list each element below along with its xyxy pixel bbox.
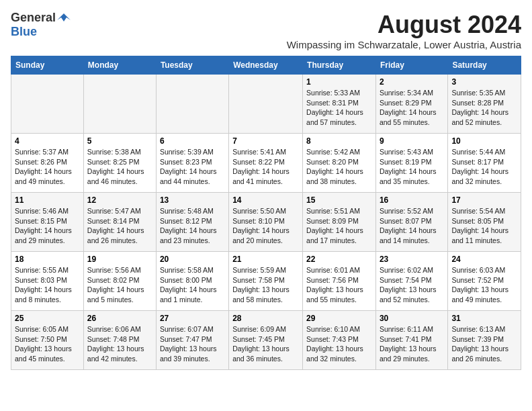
day-number: 30 [380,314,444,323]
day-info: Sunrise: 5:52 AMSunset: 8:07 PMDaylight:… [380,206,444,246]
svg-marker-0 [57,13,71,21]
week-row-5: 25Sunrise: 6:05 AMSunset: 7:50 PMDayligh… [11,311,521,370]
day-header-friday: Friday [375,56,447,75]
day-info: Sunrise: 5:46 AMSunset: 8:15 PMDaylight:… [15,206,80,246]
day-info: Sunrise: 6:10 AMSunset: 7:43 PMDaylight:… [306,324,372,364]
day-number: 12 [87,195,152,205]
calendar-cell: 31Sunrise: 6:13 AMSunset: 7:39 PMDayligh… [448,311,521,370]
calendar-cell: 8Sunrise: 5:42 AMSunset: 8:20 PMDaylight… [303,134,376,193]
day-info: Sunrise: 6:05 AMSunset: 7:50 PMDaylight:… [15,324,80,364]
day-info: Sunrise: 5:56 AMSunset: 8:02 PMDaylight:… [87,265,152,305]
day-info: Sunrise: 6:09 AMSunset: 7:45 PMDaylight:… [232,324,299,364]
day-info: Sunrise: 5:42 AMSunset: 8:20 PMDaylight:… [306,147,372,187]
calendar-cell: 23Sunrise: 6:02 AMSunset: 7:54 PMDayligh… [375,252,447,311]
calendar-cell [83,75,156,134]
day-header-sunday: Sunday [11,56,84,75]
day-header-wednesday: Wednesday [229,56,303,75]
day-number: 14 [232,195,299,205]
calendar-cell: 4Sunrise: 5:37 AMSunset: 8:26 PMDaylight… [11,134,84,193]
calendar-cell [11,75,84,134]
day-number: 21 [232,255,299,264]
day-number: 18 [15,255,80,264]
header: General Blue August 2024 Wimpassing im S… [11,11,521,50]
day-number: 27 [160,314,225,323]
day-number: 26 [87,314,152,323]
day-info: Sunrise: 5:39 AMSunset: 8:23 PMDaylight:… [160,147,225,187]
day-number: 6 [160,136,225,146]
calendar-cell: 12Sunrise: 5:47 AMSunset: 8:14 PMDayligh… [83,193,156,252]
calendar-cell: 1Sunrise: 5:33 AMSunset: 8:31 PMDaylight… [303,75,376,134]
day-info: Sunrise: 5:33 AMSunset: 8:31 PMDaylight:… [306,88,372,128]
day-info: Sunrise: 5:43 AMSunset: 8:19 PMDaylight:… [380,147,444,187]
calendar-cell: 19Sunrise: 5:56 AMSunset: 8:02 PMDayligh… [83,252,156,311]
day-info: Sunrise: 5:54 AMSunset: 8:05 PMDaylight:… [451,206,517,246]
day-info: Sunrise: 6:01 AMSunset: 7:56 PMDaylight:… [306,265,372,305]
day-number: 16 [380,195,444,205]
calendar-cell: 16Sunrise: 5:52 AMSunset: 8:07 PMDayligh… [375,193,447,252]
day-header-monday: Monday [83,56,156,75]
calendar-cell: 18Sunrise: 5:55 AMSunset: 8:03 PMDayligh… [11,252,84,311]
day-info: Sunrise: 5:58 AMSunset: 8:00 PMDaylight:… [160,265,225,305]
day-info: Sunrise: 5:34 AMSunset: 8:29 PMDaylight:… [380,88,444,128]
calendar-cell: 10Sunrise: 5:44 AMSunset: 8:17 PMDayligh… [448,134,521,193]
calendar-cell: 26Sunrise: 6:06 AMSunset: 7:48 PMDayligh… [83,311,156,370]
calendar-cell: 9Sunrise: 5:43 AMSunset: 8:19 PMDaylight… [375,134,447,193]
week-row-2: 4Sunrise: 5:37 AMSunset: 8:26 PMDaylight… [11,134,521,193]
calendar-cell: 20Sunrise: 5:58 AMSunset: 8:00 PMDayligh… [156,252,228,311]
calendar-cell: 3Sunrise: 5:35 AMSunset: 8:28 PMDaylight… [448,75,521,134]
calendar-cell: 2Sunrise: 5:34 AMSunset: 8:29 PMDaylight… [375,75,447,134]
calendar-cell: 22Sunrise: 6:01 AMSunset: 7:56 PMDayligh… [303,252,376,311]
calendar-cell: 13Sunrise: 5:48 AMSunset: 8:12 PMDayligh… [156,193,228,252]
day-number: 25 [15,314,80,323]
day-info: Sunrise: 6:13 AMSunset: 7:39 PMDaylight:… [451,324,517,364]
day-number: 31 [451,314,517,323]
day-info: Sunrise: 6:02 AMSunset: 7:54 PMDaylight:… [380,265,444,305]
calendar-cell: 15Sunrise: 5:51 AMSunset: 8:09 PMDayligh… [303,193,376,252]
day-number: 17 [451,195,517,205]
calendar-cell: 17Sunrise: 5:54 AMSunset: 8:05 PMDayligh… [448,193,521,252]
calendar-cell: 5Sunrise: 5:38 AMSunset: 8:25 PMDaylight… [83,134,156,193]
day-info: Sunrise: 5:37 AMSunset: 8:26 PMDaylight:… [15,147,80,187]
day-number: 19 [87,255,152,264]
calendar-cell: 28Sunrise: 6:09 AMSunset: 7:45 PMDayligh… [229,311,303,370]
calendar-cell: 14Sunrise: 5:50 AMSunset: 8:10 PMDayligh… [229,193,303,252]
day-number: 24 [451,255,517,264]
logo-blue-text: Blue [11,25,37,38]
week-row-3: 11Sunrise: 5:46 AMSunset: 8:15 PMDayligh… [11,193,521,252]
day-number: 2 [380,77,444,87]
day-info: Sunrise: 5:47 AMSunset: 8:14 PMDaylight:… [87,206,152,246]
week-row-1: 1Sunrise: 5:33 AMSunset: 8:31 PMDaylight… [11,75,521,134]
day-number: 1 [306,77,372,87]
day-info: Sunrise: 5:41 AMSunset: 8:22 PMDaylight:… [232,147,299,187]
day-info: Sunrise: 5:51 AMSunset: 8:09 PMDaylight:… [306,206,372,246]
month-title: August 2024 [71,11,521,39]
calendar-cell: 29Sunrise: 6:10 AMSunset: 7:43 PMDayligh… [303,311,376,370]
logo-general-text: General [11,11,56,25]
calendar-cell: 25Sunrise: 6:05 AMSunset: 7:50 PMDayligh… [11,311,84,370]
calendar-cell: 24Sunrise: 6:03 AMSunset: 7:52 PMDayligh… [448,252,521,311]
day-info: Sunrise: 6:03 AMSunset: 7:52 PMDaylight:… [451,265,517,305]
calendar-cell: 11Sunrise: 5:46 AMSunset: 8:15 PMDayligh… [11,193,84,252]
day-info: Sunrise: 5:55 AMSunset: 8:03 PMDaylight:… [15,265,80,305]
day-info: Sunrise: 6:07 AMSunset: 7:47 PMDaylight:… [160,324,225,364]
day-info: Sunrise: 6:11 AMSunset: 7:41 PMDaylight:… [380,324,444,364]
day-number: 9 [380,136,444,146]
day-number: 11 [15,195,80,205]
title-area: August 2024 Wimpassing im Schwarzatale, … [71,11,521,50]
day-number: 8 [306,136,372,146]
calendar-cell: 27Sunrise: 6:07 AMSunset: 7:47 PMDayligh… [156,311,228,370]
week-row-4: 18Sunrise: 5:55 AMSunset: 8:03 PMDayligh… [11,252,521,311]
day-number: 20 [160,255,225,264]
day-number: 29 [306,314,372,323]
day-info: Sunrise: 5:35 AMSunset: 8:28 PMDaylight:… [451,88,517,128]
day-number: 7 [232,136,299,146]
day-info: Sunrise: 5:44 AMSunset: 8:17 PMDaylight:… [451,147,517,187]
calendar-cell: 7Sunrise: 5:41 AMSunset: 8:22 PMDaylight… [229,134,303,193]
calendar-table: SundayMondayTuesdayWednesdayThursdayFrid… [11,56,521,370]
day-number: 13 [160,195,225,205]
day-number: 10 [451,136,517,146]
day-number: 28 [232,314,299,323]
calendar-cell: 6Sunrise: 5:39 AMSunset: 8:23 PMDaylight… [156,134,228,193]
calendar-cell: 21Sunrise: 5:59 AMSunset: 7:58 PMDayligh… [229,252,303,311]
calendar-cell [229,75,303,134]
